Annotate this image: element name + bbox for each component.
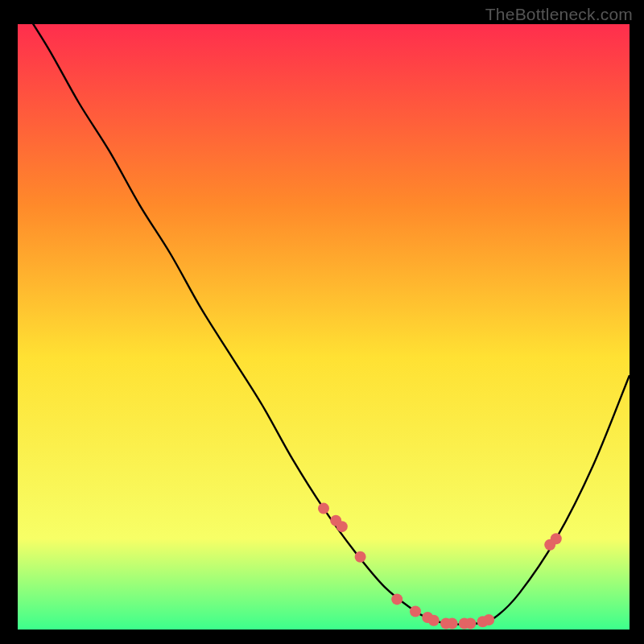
marker-point bbox=[318, 503, 329, 514]
gradient-background bbox=[18, 24, 630, 630]
marker-point bbox=[355, 551, 366, 563]
marker-point bbox=[464, 617, 476, 629]
marker-point bbox=[483, 614, 494, 625]
marker-point bbox=[336, 521, 348, 532]
marker-point bbox=[551, 533, 562, 544]
marker-point bbox=[410, 605, 421, 617]
chart-svg bbox=[18, 24, 630, 630]
marker-point bbox=[428, 615, 440, 626]
watermark-text: TheBottleneck.com bbox=[485, 5, 633, 24]
chart-container bbox=[18, 24, 630, 630]
marker-point bbox=[447, 617, 458, 629]
marker-point bbox=[391, 593, 402, 605]
